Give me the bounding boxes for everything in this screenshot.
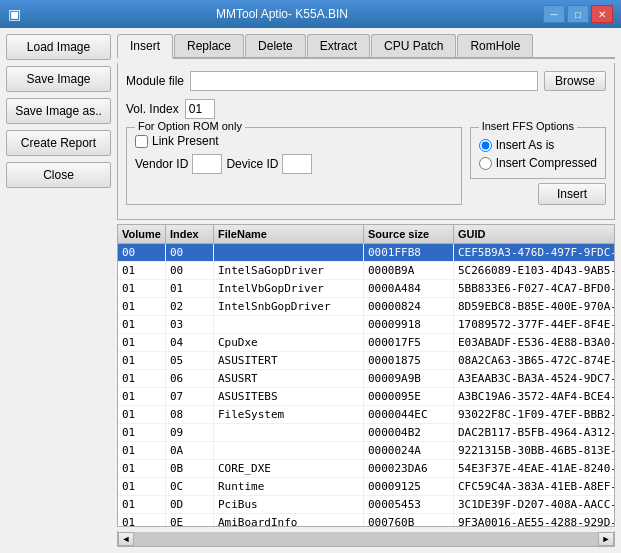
tab-romhole[interactable]: RomHole (457, 34, 533, 57)
cell-filename: IntelVbGopDriver (214, 280, 364, 297)
col-guid: GUID (454, 225, 614, 243)
cell-sourcesize: 00009918 (364, 316, 454, 333)
table-row[interactable]: 00000001FFB8CEF5B9A3-476D-497F-9FDC-E981… (118, 244, 614, 262)
scroll-left-button[interactable]: ◄ (118, 532, 134, 546)
table-row[interactable]: 0104CpuDxe000017F5E03ABADF-E536-4E88-B3A… (118, 334, 614, 352)
cell-sourcesize: 00009A9B (364, 370, 454, 387)
table-row[interactable]: 01030000991817089572-377F-44EF-8F4E-B09F… (118, 316, 614, 334)
scroll-track (134, 532, 598, 546)
close-button[interactable]: Close (6, 162, 111, 188)
cell-sourcesize: 0000044EC (364, 406, 454, 423)
cell-volume: 01 (118, 442, 166, 459)
vol-index-label: Vol. Index (126, 102, 179, 116)
cell-guid: A3BC19A6-3572-4AF4-BCE4-CD43A8 (454, 388, 614, 405)
cell-index: 00 (166, 244, 214, 261)
cell-volume: 01 (118, 388, 166, 405)
device-id-label: Device ID (226, 157, 278, 171)
cell-volume: 01 (118, 352, 166, 369)
cell-volume: 01 (118, 298, 166, 315)
cell-volume: 01 (118, 406, 166, 423)
main-container: Load Image Save Image Save Image as.. Cr… (0, 28, 621, 553)
browse-button[interactable]: Browse (544, 71, 606, 91)
vendor-id-input[interactable] (192, 154, 222, 174)
cell-volume: 01 (118, 514, 166, 526)
col-volume: Volume (118, 225, 166, 243)
table-row[interactable]: 010A0000024A9221315B-30BB-46B5-813E-1B1B… (118, 442, 614, 460)
save-image-button[interactable]: Save Image (6, 66, 111, 92)
cell-index: 0E (166, 514, 214, 526)
bottom-scrollbar[interactable]: ◄ ► (117, 531, 615, 547)
cell-guid: 8D59EBC8-B85E-400E-970A-1F995E (454, 298, 614, 315)
table-row[interactable]: 0107ASUSITEBS0000095EA3BC19A6-3572-4AF4-… (118, 388, 614, 406)
close-window-button[interactable]: ✕ (591, 5, 613, 23)
save-image-as-button[interactable]: Save Image as.. (6, 98, 111, 124)
cell-index: 0A (166, 442, 214, 459)
cell-volume: 01 (118, 262, 166, 279)
table-row[interactable]: 010DPciBus000054533C1DE39F-D207-408A-AAC… (118, 496, 614, 514)
cell-filename (214, 424, 364, 441)
table-row[interactable]: 010BCORE_DXE000023DA654E3F37E-4EAE-41AE-… (118, 460, 614, 478)
cell-filename: ASUSITEBS (214, 388, 364, 405)
load-image-button[interactable]: Load Image (6, 34, 111, 60)
insert-compressed-radio[interactable] (479, 157, 492, 170)
cell-filename: CpuDxe (214, 334, 364, 351)
maximize-button[interactable]: □ (567, 5, 589, 23)
insert-button[interactable]: Insert (538, 183, 606, 205)
module-file-label: Module file (126, 74, 184, 88)
cell-sourcesize: 000760B (364, 514, 454, 526)
cell-sourcesize: 0000B9A (364, 262, 454, 279)
cell-volume: 01 (118, 424, 166, 441)
vendor-device-row: Vendor ID Device ID (135, 154, 453, 174)
cell-index: 07 (166, 388, 214, 405)
module-file-input[interactable] (190, 71, 538, 91)
vendor-id-label: Vendor ID (135, 157, 188, 171)
module-file-row: Module file Browse (126, 71, 606, 91)
vol-index-input[interactable] (185, 99, 215, 119)
tab-replace[interactable]: Replace (174, 34, 244, 57)
insert-ffs-area: Insert FFS Options Insert As is Insert C… (470, 127, 606, 205)
scroll-right-button[interactable]: ► (598, 532, 614, 546)
table-row[interactable]: 0106ASUSRT00009A9BA3EAAB3C-BA3A-4524-9DC… (118, 370, 614, 388)
left-panel: Load Image Save Image Save Image as.. Cr… (6, 34, 111, 547)
table-row[interactable]: 010CRuntime00009125CFC59C4A-383A-41EB-A8… (118, 478, 614, 496)
table-row[interactable]: 0101IntelVbGopDriver0000A4845BB833E6-F02… (118, 280, 614, 298)
cell-index: 00 (166, 262, 214, 279)
cell-sourcesize: 000023DA6 (364, 460, 454, 477)
link-present-row: Link Present (135, 134, 453, 148)
cell-guid: 54E3F37E-4EAE-41AE-8240-354658 (454, 460, 614, 477)
minimize-button[interactable]: ─ (543, 5, 565, 23)
cell-index: 01 (166, 280, 214, 297)
cell-volume: 01 (118, 334, 166, 351)
insert-as-is-radio[interactable] (479, 139, 492, 152)
cell-volume: 01 (118, 478, 166, 495)
tab-delete[interactable]: Delete (245, 34, 306, 57)
cell-sourcesize: 00009125 (364, 478, 454, 495)
table-row[interactable]: 0102IntelSnbGopDriver000008248D59EBC8-B8… (118, 298, 614, 316)
cell-index: 03 (166, 316, 214, 333)
cell-filename (214, 442, 364, 459)
tab-cpu-patch[interactable]: CPU Patch (371, 34, 456, 57)
device-id-input[interactable] (282, 154, 312, 174)
cell-volume: 01 (118, 370, 166, 387)
link-present-checkbox[interactable] (135, 135, 148, 148)
table-row[interactable]: 0109000004B2DAC2B117-B5FB-4964-A312-0DCC… (118, 424, 614, 442)
table-body: 00000001FFB8CEF5B9A3-476D-497F-9FDC-E981… (118, 244, 614, 526)
insert-compressed-label: Insert Compressed (496, 156, 597, 170)
cell-index: 0B (166, 460, 214, 477)
cell-index: 04 (166, 334, 214, 351)
window-title: MMTool Aptio- K55A.BIN (21, 7, 543, 21)
cell-index: 02 (166, 298, 214, 315)
table-row[interactable]: 0100IntelSaGopDriver0000B9A5C266089-E103… (118, 262, 614, 280)
table-row[interactable]: 0108FileSystem0000044EC93022F8C-1F09-47E… (118, 406, 614, 424)
tab-extract[interactable]: Extract (307, 34, 370, 57)
table-header: Volume Index FileName Source size GUID (118, 225, 614, 244)
create-report-button[interactable]: Create Report (6, 130, 111, 156)
cell-volume: 01 (118, 280, 166, 297)
table-row[interactable]: 010EAmiBoardInfo000760B9F3A0016-AE55-428… (118, 514, 614, 526)
tab-insert[interactable]: Insert (117, 34, 173, 59)
cell-guid: 9221315B-30BB-46B5-813E-1B1BF4 (454, 442, 614, 459)
vol-index-row: Vol. Index (126, 99, 606, 119)
table-row[interactable]: 0105ASUSITERT0000187508A2CA63-3B65-472C-… (118, 352, 614, 370)
cell-filename (214, 316, 364, 333)
cell-volume: 01 (118, 496, 166, 513)
